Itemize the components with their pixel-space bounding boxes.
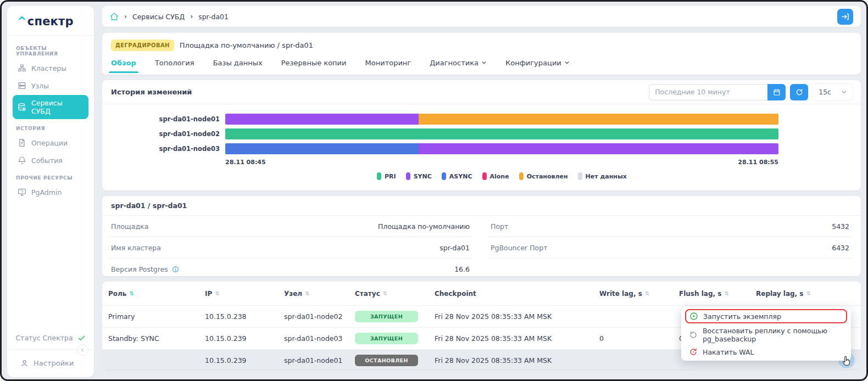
sidebar-item-events[interactable]: События xyxy=(13,152,88,169)
legend-chip xyxy=(578,172,582,180)
column-header-4[interactable]: Статус⇅ xyxy=(355,290,435,298)
info-value: Площадка по-умолчанию xyxy=(378,222,470,231)
mouse-cursor xyxy=(841,355,853,369)
sidebar-item-label: Сервисы СУБД xyxy=(31,99,84,115)
sort-icon[interactable]: ⇅ xyxy=(383,290,387,296)
cell-node: spr-da01-node01 xyxy=(284,356,355,365)
sidebar-footer: Статус Спектра Настройки xyxy=(7,328,94,377)
status-badge: ДЕГРАДИРОВАН xyxy=(111,40,174,51)
sort-icon[interactable]: ⇅ xyxy=(645,290,649,296)
sidebar-item-nodes[interactable]: Узлы xyxy=(13,77,88,94)
sidebar-item-pgadmin[interactable]: PgAdmin xyxy=(13,184,88,200)
timeline-row-bar xyxy=(225,143,778,154)
legend-chip xyxy=(519,172,524,180)
sort-icon[interactable]: ⇅ xyxy=(724,290,728,296)
column-header-8[interactable]: Replay lag, s⇅ xyxy=(756,290,833,298)
cell-node: spr-da01-node03 xyxy=(284,334,355,343)
sidebar-item-operations[interactable]: Операции xyxy=(13,135,88,151)
sidebar-section-title: Объекты управления xyxy=(16,46,85,57)
home-icon[interactable] xyxy=(110,12,119,21)
tab-обзор[interactable]: Обзор xyxy=(111,52,136,73)
breadcrumb-item-services[interactable]: Сервисы СУБД xyxy=(132,13,185,21)
sidebar-footer-divider xyxy=(7,350,94,350)
sidebar-collapse-button[interactable] xyxy=(77,344,88,356)
tab-резервные-копии[interactable]: Резервные копии xyxy=(281,52,347,73)
tab-базы-данных[interactable]: Базы данных xyxy=(213,52,263,73)
logout-icon xyxy=(841,13,849,21)
legend-label: ASYNC xyxy=(449,173,472,180)
page-title: Площадка по-умолчанию / spr-da01 xyxy=(180,41,313,49)
info-label: Площадка xyxy=(111,222,148,231)
sort-icon[interactable]: ⇅ xyxy=(129,290,133,296)
state-timeline-chart: spr-da01-node01spr-da01-node02spr-da01-n… xyxy=(102,104,861,180)
legend-chip xyxy=(482,172,487,180)
pgadmin-icon xyxy=(18,188,26,197)
context-menu-item-label: Восстановить реплику с помощью pg_baseba… xyxy=(703,327,843,343)
cell-node: spr-da01-node02 xyxy=(284,312,355,321)
info-label: Порт xyxy=(491,222,508,231)
tab-label: Диагностика xyxy=(430,59,478,67)
refresh-button[interactable] xyxy=(790,84,808,100)
tab-мониторинг[interactable]: Мониторинг xyxy=(365,52,411,73)
tab-label: Базы данных xyxy=(213,59,263,67)
column-header-label: Узел xyxy=(284,290,302,298)
sort-icon[interactable]: ⇅ xyxy=(305,290,309,296)
column-header-3[interactable]: Узел⇅ xyxy=(284,290,355,298)
sort-icon[interactable]: ⇅ xyxy=(215,290,219,296)
refresh-icon xyxy=(795,88,803,96)
context-menu-item[interactable]: Накатить WAL xyxy=(685,345,847,358)
column-header-label: IP xyxy=(205,290,212,298)
legend-item: Нет данных xyxy=(578,172,627,180)
legend-item: PRI xyxy=(377,172,396,180)
breadcrumb-item-cluster[interactable]: spr-da01 xyxy=(198,13,229,21)
info-value: 5432 xyxy=(832,222,849,231)
context-menu-item[interactable]: Восстановить реплику с помощью pg_baseba… xyxy=(685,324,847,345)
tab-диагностика[interactable]: Диагностика xyxy=(430,52,487,73)
timeline-axis: 28.11 08:45 28.11 08:55 xyxy=(225,159,778,166)
brand-caret: ^ xyxy=(17,15,27,28)
instance-status-badge: ЗАПУЩЕН xyxy=(355,311,418,322)
tab-label: Обзор xyxy=(111,59,136,67)
info-row: Имя кластераspr-da01 xyxy=(108,237,472,259)
info-label: PgBouncer Порт xyxy=(491,244,547,252)
info-value: spr-da01 xyxy=(439,244,470,252)
context-menu-item[interactable]: Запустить экземпляр xyxy=(685,309,847,323)
history-title: История изменений xyxy=(111,88,192,96)
context-menu-item-label: Накатить WAL xyxy=(703,348,754,356)
status-cell: ЗАПУЩЕН xyxy=(355,333,435,344)
logout-button[interactable] xyxy=(837,9,853,25)
cell-role: Standby: SYNC xyxy=(108,334,205,343)
column-header-label: Flush lag, s xyxy=(679,290,721,298)
column-header-1[interactable]: Роль⇅ xyxy=(108,290,205,298)
info-label: Имя кластера xyxy=(111,244,161,252)
cluster-info-title: spr-da01 / spr-da01 xyxy=(102,196,861,216)
column-header-7[interactable]: Flush lag, s⇅ xyxy=(679,290,756,298)
sidebar-item-clusters[interactable]: Кластеры xyxy=(13,60,88,76)
tab-конфигурации[interactable]: Конфигурации xyxy=(505,52,570,73)
sidebar-item-label: Узлы xyxy=(31,82,49,90)
sidebar-item-db-services[interactable]: Сервисы СУБД xyxy=(13,95,88,119)
tab-топология[interactable]: Топология xyxy=(155,52,194,73)
tab-label: Топология xyxy=(155,59,194,67)
cell-write_lag: 0 xyxy=(599,334,679,343)
column-header-2[interactable]: IP⇅ xyxy=(205,290,284,298)
clusters-icon xyxy=(18,64,26,72)
column-header-label: Checkpoint xyxy=(435,290,476,298)
column-header-5: Checkpoint xyxy=(435,290,599,298)
legend-label: SYNC xyxy=(414,173,432,180)
info-row: ПлощадкаПлощадка по-умолчанию xyxy=(108,216,472,237)
chart-legend: PRISYNCASYNCAloneОстановленНет данных xyxy=(225,172,778,180)
brand-logo[interactable]: ^спектр xyxy=(7,6,94,36)
sort-icon[interactable]: ⇅ xyxy=(806,290,811,296)
chevron-down-icon xyxy=(481,60,487,65)
legend-label: Нет данных xyxy=(586,173,627,180)
brand-name: спектр xyxy=(27,15,74,28)
time-range-input[interactable] xyxy=(649,84,767,100)
axis-end-label: 28.11 08:55 xyxy=(738,159,778,166)
instance-status-badge: ОСТАНОВЛЕН xyxy=(355,355,418,366)
history-controls: 15с xyxy=(649,83,853,101)
interval-select[interactable]: 15с xyxy=(813,83,853,101)
column-header-6[interactable]: Write lag, s⇅ xyxy=(599,290,679,298)
calendar-button[interactable] xyxy=(767,84,786,100)
cell-ip: 10.15.0.239 xyxy=(205,334,284,343)
